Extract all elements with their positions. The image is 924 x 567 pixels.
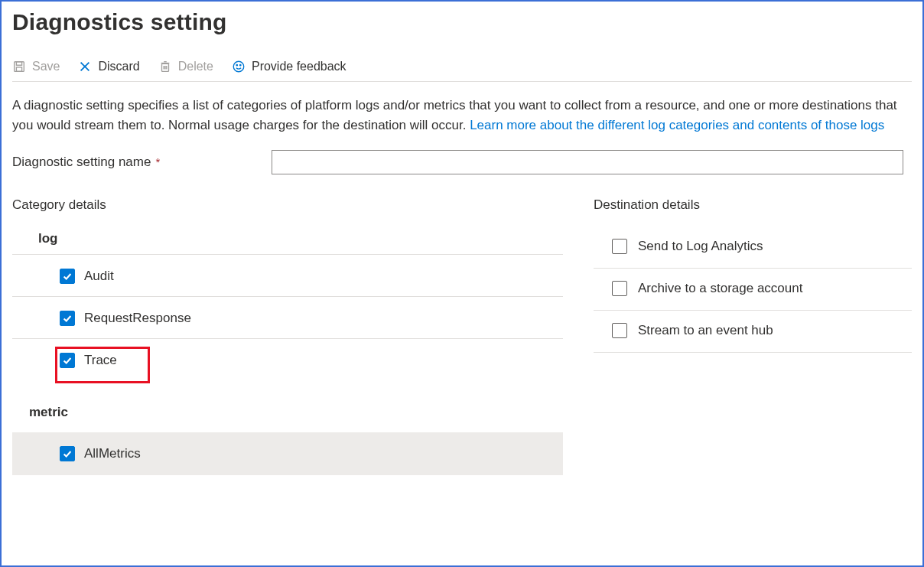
save-icon [12, 60, 26, 73]
log-category-label: Audit [84, 269, 114, 284]
log-category-row-trace[interactable]: Trace [12, 339, 563, 380]
svg-point-11 [233, 61, 244, 72]
log-category-list: Audit RequestResponse Trace [12, 255, 563, 380]
checkbox-log-analytics[interactable] [612, 239, 627, 254]
learn-more-link[interactable]: Learn more about the different log categ… [470, 118, 884, 132]
setting-name-row: Diagnostic setting name * [12, 150, 912, 174]
checkbox-allmetrics[interactable] [60, 446, 75, 461]
setting-name-input[interactable] [272, 150, 903, 174]
svg-rect-1 [16, 62, 21, 66]
svg-rect-2 [16, 67, 21, 71]
page-title: Diagnostics setting [12, 9, 912, 35]
svg-rect-0 [15, 62, 24, 72]
checkbox-trace[interactable] [60, 353, 75, 368]
destination-details-column: Destination details Send to Log Analytic… [594, 197, 912, 353]
destination-row-storage-account[interactable]: Archive to a storage account [594, 269, 912, 311]
toolbar: Save Discard D [12, 57, 912, 82]
log-category-row-audit[interactable]: Audit [12, 255, 563, 297]
destination-label: Stream to an event hub [638, 323, 773, 338]
smile-icon [232, 60, 246, 73]
metric-category-label: AllMetrics [84, 446, 141, 461]
checkbox-event-hub[interactable] [612, 323, 627, 338]
category-details-column: Category details log Audit RequestRespon… [12, 197, 563, 475]
category-heading: Category details [12, 197, 563, 213]
delete-label: Delete [178, 60, 213, 73]
destination-heading: Destination details [594, 197, 912, 213]
metric-category-row-allmetrics[interactable]: AllMetrics [12, 432, 563, 475]
svg-point-12 [236, 64, 237, 65]
delete-icon [158, 60, 172, 73]
discard-label: Discard [98, 60, 139, 73]
metric-group-label: metric [12, 386, 563, 428]
save-button[interactable]: Save [12, 60, 60, 73]
setting-name-label: Diagnostic setting name [12, 155, 151, 170]
details-columns: Category details log Audit RequestRespon… [12, 197, 912, 475]
feedback-button[interactable]: Provide feedback [232, 60, 346, 73]
checkbox-audit[interactable] [60, 269, 75, 284]
log-group-label: log [12, 231, 563, 255]
delete-button[interactable]: Delete [158, 60, 213, 73]
svg-point-13 [239, 64, 240, 65]
description-text: A diagnostic setting specifies a list of… [12, 96, 900, 136]
log-category-label: Trace [84, 353, 117, 368]
required-indicator: * [155, 155, 160, 168]
checkbox-storage-account[interactable] [612, 281, 627, 296]
destination-label: Send to Log Analytics [638, 239, 763, 254]
checkbox-requestresponse[interactable] [60, 311, 75, 326]
log-category-label: RequestResponse [84, 311, 191, 326]
discard-button[interactable]: Discard [78, 60, 139, 73]
log-category-row-requestresponse[interactable]: RequestResponse [12, 297, 563, 339]
destination-row-event-hub[interactable]: Stream to an event hub [594, 311, 912, 353]
destination-row-log-analytics[interactable]: Send to Log Analytics [594, 231, 912, 269]
close-icon [78, 60, 92, 73]
feedback-label: Provide feedback [252, 60, 346, 73]
diagnostics-setting-panel: Diagnostics setting Save Discard [0, 0, 924, 567]
save-label: Save [32, 60, 60, 73]
destination-label: Archive to a storage account [638, 281, 802, 296]
destination-list: Send to Log Analytics Archive to a stora… [594, 231, 912, 353]
